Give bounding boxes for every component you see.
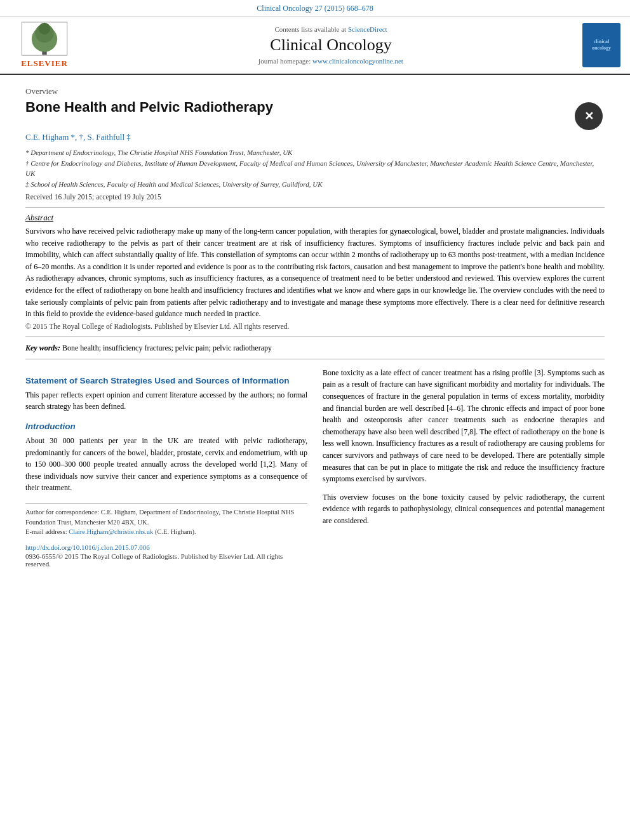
- crossmark-icon: ✕: [575, 102, 603, 130]
- footnote-box: Author for correspondence: C.E. Higham, …: [25, 503, 307, 537]
- journal-center-info: Contents lists available at ScienceDirec…: [89, 22, 573, 69]
- sciencedirect-line: Contents lists available at ScienceDirec…: [274, 25, 387, 33]
- journal-header: ELSEVIER Contents lists available at Sci…: [0, 17, 630, 75]
- elsevier-logo: ELSEVIER: [6, 22, 83, 69]
- keywords-label: Key words:: [25, 343, 60, 352]
- keywords-values: Bone health; insufficiency fractures; pe…: [62, 343, 272, 352]
- crossmark-badge: ✕: [573, 100, 605, 132]
- journal-homepage-link[interactable]: www.clinicaloncologyonline.net: [312, 57, 403, 65]
- section-label: Overview: [25, 86, 605, 97]
- affiliation-3: ‡ School of Health Sciences, Faculty of …: [25, 179, 605, 190]
- journal-reference: Clinical Oncology 27 (2015) 668–678: [0, 0, 630, 17]
- received-date: Received 16 July 2015; accepted 19 July …: [25, 193, 605, 201]
- left-column: Statement of Search Strategies Used and …: [25, 367, 307, 568]
- title-row: Bone Health and Pelvic Radiotherapy ✕: [25, 99, 605, 132]
- email-link[interactable]: Claire.Higham@christie.nhs.uk: [69, 528, 153, 535]
- abstract-section: Abstract Survivors who have received pel…: [25, 213, 605, 330]
- intro-heading: Introduction: [25, 422, 307, 431]
- affiliations: * Department of Endocrinology, The Chris…: [25, 147, 605, 189]
- affiliation-1: * Department of Endocrinology, The Chris…: [25, 147, 605, 158]
- journal-logo-box: clinical oncology: [582, 23, 620, 67]
- right-col-text-1: Bone toxicity as a late effect of cancer…: [323, 367, 605, 485]
- journal-homepage-line: journal homepage: www.clinicaloncologyon…: [258, 57, 403, 65]
- elsevier-brand-text: ELSEVIER: [21, 58, 68, 69]
- footnote-line-2: E-mail address: Claire.Higham@christie.n…: [25, 527, 307, 537]
- svg-point-3: [39, 23, 50, 34]
- copyright-line: © 2015 The Royal College of Radiologists…: [25, 323, 605, 330]
- divider-3: [25, 359, 605, 359]
- divider-1: [25, 207, 605, 208]
- intro-text: About 30 000 patients per year in the UK…: [25, 435, 307, 494]
- doi-link[interactable]: http://dx.doi.org/10.1016/j.clon.2015.07…: [25, 543, 150, 551]
- journal-title: Clinical Oncology: [270, 36, 391, 55]
- abstract-text: Survivors who have received pelvic radio…: [25, 225, 605, 320]
- abstract-heading: Abstract: [25, 213, 605, 223]
- sciencedirect-link[interactable]: ScienceDirect: [348, 25, 387, 33]
- right-col-text-2: This overview focuses on the bone toxici…: [323, 491, 605, 527]
- elsevier-tree-icon: [19, 22, 70, 57]
- keywords-line: Key words: Bone health; insufficiency fr…: [25, 342, 605, 354]
- right-column: Bone toxicity as a late effect of cancer…: [323, 367, 605, 568]
- article-title: Bone Health and Pelvic Radiotherapy: [25, 99, 273, 116]
- journal-logo-right: clinical oncology: [579, 22, 624, 69]
- search-text: This paper reflects expert opinion and c…: [25, 389, 307, 413]
- search-section-heading: Statement of Search Strategies Used and …: [25, 376, 307, 385]
- issn-line: 0936-6555/© 2015 The Royal College of Ra…: [25, 552, 307, 568]
- affiliation-2: † Centre for Endocrinology and Diabetes,…: [25, 158, 605, 179]
- two-column-body: Statement of Search Strategies Used and …: [25, 367, 605, 568]
- authors-names: C.E. Higham *, †, S. Faithfull ‡: [25, 132, 131, 142]
- footnote-line-1: Author for correspondence: C.E. Higham, …: [25, 507, 307, 528]
- authors-line: C.E. Higham *, †, S. Faithfull ‡: [25, 132, 605, 142]
- article-content: Overview Bone Health and Pelvic Radiothe…: [0, 75, 630, 580]
- doi-line: http://dx.doi.org/10.1016/j.clon.2015.07…: [25, 543, 307, 551]
- divider-2: [25, 337, 605, 337]
